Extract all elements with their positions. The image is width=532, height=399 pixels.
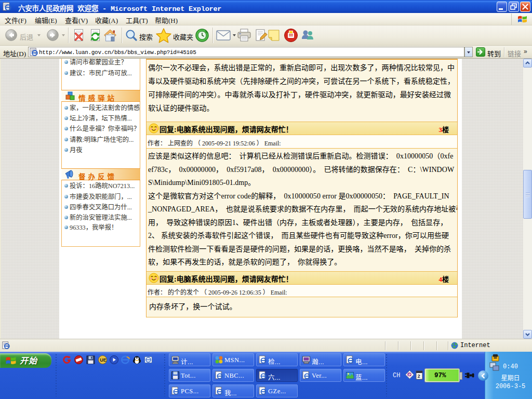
svg-text:UE: UE [100, 357, 107, 363]
svg-text:2: 2 [417, 373, 420, 379]
svg-text:P: P [408, 373, 411, 377]
